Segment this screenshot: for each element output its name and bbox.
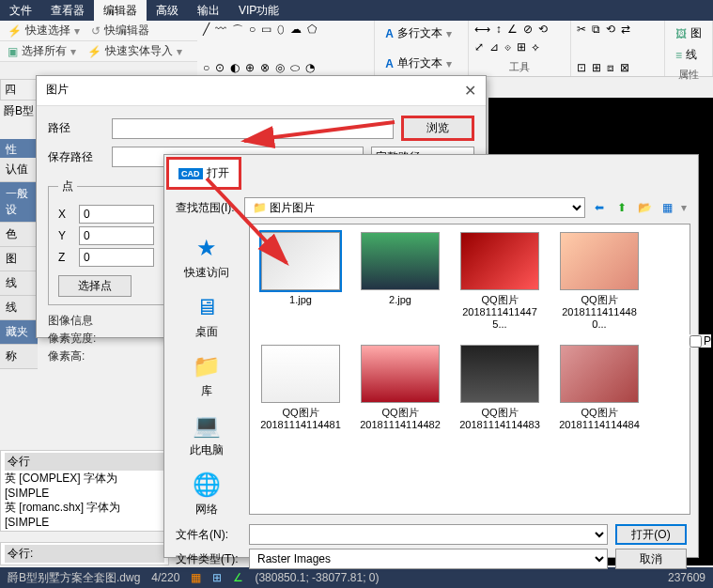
path-input[interactable]	[112, 118, 394, 139]
menu-tab-vip[interactable]: VIP功能	[229, 0, 288, 22]
mod-icon-6[interactable]: ⊞	[592, 61, 601, 74]
dim-icon-4[interactable]: ⊘	[523, 23, 533, 36]
line-tool-icon[interactable]: ╱	[203, 23, 209, 39]
singleline-text-btn[interactable]: A 单行文本▾	[380, 53, 462, 74]
preview-checkbox[interactable]: P	[690, 334, 711, 348]
dim-icon-5[interactable]: ⟲	[538, 23, 548, 36]
menu-tab-advanced[interactable]: 高级	[147, 0, 188, 22]
file-item[interactable]: QQ图片 20181114114483	[457, 345, 543, 431]
file-thumbnail	[361, 345, 440, 403]
cloud-tool-icon[interactable]: ☁	[290, 23, 302, 39]
mod-icon-4[interactable]: ⇄	[621, 23, 630, 36]
file-item[interactable]: QQ图片 20181114114475...	[457, 232, 543, 332]
file-item[interactable]: QQ图片 20181114114482	[357, 345, 443, 431]
file-name-label: 2.jpg	[357, 294, 443, 306]
quad-icon[interactable]: 四	[5, 83, 16, 96]
mod-icon-1[interactable]: ✂	[577, 23, 586, 36]
view-mode-icon[interactable]: ▦	[659, 199, 675, 216]
close-icon[interactable]: ✕	[464, 82, 476, 100]
draw-icon-3[interactable]: ◐	[230, 61, 240, 74]
polyline-tool-icon[interactable]: 〰	[215, 23, 226, 39]
left-tab-3[interactable]: 图	[0, 247, 38, 271]
menu-tab-output[interactable]: 输出	[188, 0, 229, 22]
file-item[interactable]: QQ图片 20181114114480...	[556, 232, 643, 332]
draw-icon-6[interactable]: ◎	[275, 61, 285, 74]
line-icon: ≡	[675, 49, 682, 62]
lookup-label: 查找范围(I):	[176, 200, 235, 216]
browse-button[interactable]: 浏览	[401, 116, 474, 141]
file-name-label: QQ图片 20181114114480...	[556, 294, 643, 332]
dim-icon-8[interactable]: ⟐	[504, 40, 511, 54]
y-input[interactable]	[79, 226, 154, 245]
menu-tab-viewer[interactable]: 查看器	[41, 0, 94, 22]
draw-icon-1[interactable]: ○	[203, 61, 209, 74]
select-all-btn[interactable]: 选择所有	[22, 43, 67, 59]
status-filename: 爵B型别墅方案全套图.dwg	[8, 570, 140, 586]
line-ribbon-btn[interactable]: ≡ 线	[671, 44, 706, 66]
quick-editor-btn[interactable]: 快编辑器	[104, 23, 149, 39]
mod-icon-5[interactable]: ⊡	[577, 61, 586, 74]
file-name-label: 1.jpg	[257, 294, 344, 306]
left-tab-7[interactable]: 称	[0, 345, 38, 369]
mod-icon-8[interactable]: ⊠	[620, 61, 629, 74]
mod-icon-7[interactable]: ⧈	[607, 61, 614, 74]
rect-tool-icon[interactable]: ▭	[261, 23, 271, 39]
file-item[interactable]: 2.jpg	[357, 232, 443, 332]
z-input[interactable]	[79, 248, 154, 267]
x-input[interactable]	[79, 205, 154, 224]
left-tab-5[interactable]: 线	[0, 296, 38, 320]
file-item[interactable]: QQ图片 20181114114481	[257, 345, 344, 431]
lookup-select[interactable]: 📁 图片图片	[244, 197, 585, 218]
up-icon[interactable]: ⬆	[613, 199, 630, 216]
cancel-button[interactable]: 取消	[615, 549, 687, 569]
dim-icon-9[interactable]: ⊞	[517, 40, 526, 54]
draw-icon-8[interactable]: ◔	[305, 61, 315, 74]
draw-icon-4[interactable]: ⊕	[245, 61, 255, 74]
quick-entity-import-btn[interactable]: 快速实体导入	[105, 43, 173, 59]
arc-tool-icon[interactable]: ⌒	[232, 23, 243, 39]
mod-icon-3[interactable]: ⟲	[606, 23, 615, 36]
file-item[interactable]: 1.jpg	[257, 232, 344, 332]
draw-icon-2[interactable]: ⊙	[215, 61, 225, 74]
file-item[interactable]: QQ图片 20181114114484	[556, 345, 643, 431]
open-button[interactable]: 打开(O)	[615, 524, 687, 545]
file-thumbnail	[361, 232, 440, 290]
open-file-dialog: CAD 打开 查找范围(I): 📁 图片图片 ⬅ ⬆ 📂 ▦▾ ★快速访问 🖥桌…	[163, 154, 699, 558]
new-folder-icon[interactable]: 📂	[636, 199, 653, 216]
left-tab-1[interactable]: 一般设	[0, 182, 38, 223]
save-path-label: 保存路径	[48, 149, 104, 165]
dim-icon-6[interactable]: ⤢	[474, 40, 484, 54]
dim-icon-3[interactable]: ∠	[507, 23, 518, 36]
dim-icon-7[interactable]: ⊿	[489, 40, 499, 54]
draw-icon-7[interactable]: ⬭	[290, 61, 300, 74]
left-tab-4[interactable]: 线	[0, 271, 38, 296]
filename-input[interactable]	[249, 524, 608, 545]
back-icon[interactable]: ⬅	[591, 199, 608, 216]
place-this-pc[interactable]: 💻此电脑	[164, 407, 249, 462]
polygon-tool-icon[interactable]: ⬠	[307, 23, 317, 39]
menu-tab-file[interactable]: 文件	[0, 0, 41, 22]
draw-icon-5[interactable]: ⊗	[260, 61, 270, 74]
select-point-button[interactable]: 选择点	[58, 275, 132, 297]
dim-icon-10[interactable]: ⟡	[532, 40, 539, 54]
dim-icon-1[interactable]: ⟷	[474, 23, 490, 36]
place-libraries[interactable]: 📁库	[164, 348, 249, 403]
filetype-select[interactable]: Raster Images	[249, 549, 608, 569]
mod-icon-2[interactable]: ⧉	[592, 23, 600, 36]
place-desktop[interactable]: 🖥桌面	[164, 288, 249, 344]
file-list[interactable]: 1.jpg2.jpgQQ图片 20181114114475...QQ图片 201…	[249, 224, 690, 515]
left-tab-2[interactable]: 色	[0, 223, 38, 247]
multiline-text-btn[interactable]: A 多行文本▾	[380, 23, 462, 44]
menu-tab-editor[interactable]: 编辑器	[94, 0, 147, 22]
quick-select-btn[interactable]: 快速选择	[25, 23, 70, 39]
ellipse-tool-icon[interactable]: ⬯	[277, 23, 285, 39]
image-ribbon-btn[interactable]: 🖼 图	[671, 23, 706, 44]
place-quick-access[interactable]: ★快速访问	[164, 229, 249, 285]
dim-icon-2[interactable]: ↕	[496, 23, 502, 36]
place-network[interactable]: 🌐网络	[164, 466, 249, 521]
command-prompt[interactable]: 令行:	[0, 542, 169, 565]
circle-tool-icon[interactable]: ○	[249, 23, 256, 39]
left-tab-6[interactable]: 藏夹	[0, 320, 38, 345]
left-tab-0[interactable]: 认值	[0, 158, 38, 182]
image-icon: 🖼	[675, 27, 687, 40]
